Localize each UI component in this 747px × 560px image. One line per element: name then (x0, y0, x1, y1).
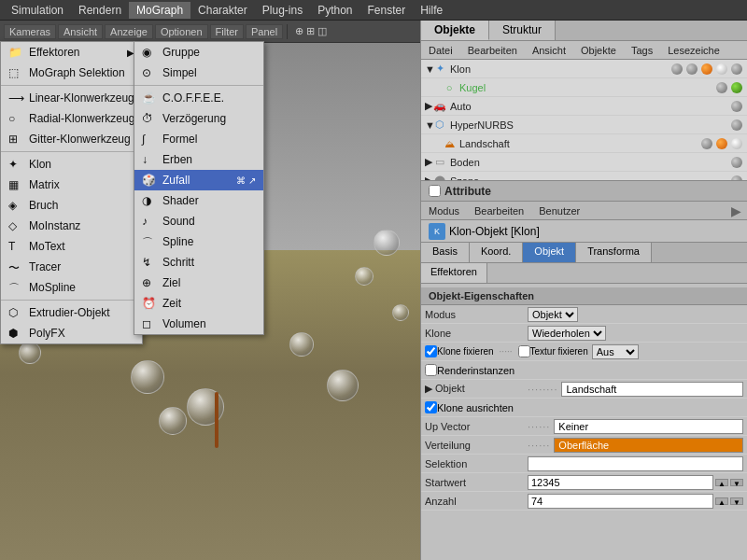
menu-klon[interactable]: ✦ Klon (1, 154, 142, 175)
tab-struktur[interactable]: Struktur (489, 21, 556, 40)
tree-row-landschaft[interactable]: ⛰ Landschaft (421, 134, 747, 153)
prop-startwert-down[interactable]: ▼ (730, 479, 743, 486)
menu-mograph[interactable]: MoGraph (129, 2, 190, 19)
attr-menu-benutzer[interactable]: Benutzer (531, 203, 587, 218)
eff-formel[interactable]: ∫ Formel (134, 129, 263, 149)
attr-tab-basis[interactable]: Basis (421, 243, 470, 262)
vp-filter[interactable]: Filter (210, 24, 244, 39)
polyfx-icon: ⬢ (8, 327, 25, 340)
obj-menu-datei[interactable]: Datei (421, 43, 460, 58)
attr-active-checkbox[interactable] (429, 185, 441, 197)
menu-python[interactable]: Python (310, 2, 359, 19)
prop-klone-select[interactable]: Wiederholen (528, 326, 606, 341)
coffee-icon: ☕ (142, 91, 159, 105)
eff-gruppe[interactable]: ◉ Gruppe (134, 42, 263, 63)
prop-textur-select[interactable]: Aus (592, 344, 639, 359)
prop-renderinstanzen-cb[interactable] (425, 364, 437, 376)
eff-volumen[interactable]: ◻ Volumen (134, 314, 263, 334)
tree-label-auto: Auto (450, 101, 472, 112)
tree-row-boden[interactable]: ▶ ▭ Boden (421, 153, 747, 172)
eff-zeit[interactable]: ⏰ Zeit (134, 293, 263, 314)
menu-simulation[interactable]: Simulation (4, 2, 71, 19)
eff-schritt[interactable]: ↯ Schritt (134, 252, 263, 273)
obj-menu-bearbeiten[interactable]: Bearbeiten (460, 43, 525, 58)
ball-hn1 (731, 119, 742, 131)
prop-modus: Modus Objekt (421, 305, 747, 324)
menu-tracer[interactable]: 〜 Tracer (1, 257, 142, 277)
prop-startwert-input[interactable] (528, 475, 713, 490)
obj-menu-lesezeiche[interactable]: Lesezeiche (660, 43, 727, 58)
menu-extrudier[interactable]: ⬡ Extrudier-Objekt (1, 302, 142, 323)
menu-polyfx[interactable]: ⬢ PolyFX (1, 323, 142, 343)
sub-tab-effektoren[interactable]: Effektoren (421, 263, 487, 283)
viewport-toolbar: Kameras Ansicht Anzeige Optionen Filter … (0, 21, 420, 43)
prop-selektion-input[interactable] (528, 456, 743, 471)
attr-tab-transforma[interactable]: Transforma (576, 243, 652, 262)
vp-kameras[interactable]: Kameras (4, 24, 56, 39)
menu-rendern[interactable]: Rendern (71, 2, 129, 19)
eff-zufall[interactable]: 🎲 Zufall ⌘ ↗ (134, 170, 263, 190)
prop-klone-fixieren-cb[interactable] (425, 345, 437, 357)
menu-effektoren[interactable]: 📁 Effektoren ▶ (1, 42, 142, 63)
menu-radial-klon[interactable]: ○ Radial-Klonwerkzeug (1, 108, 142, 129)
menu-moinstanz[interactable]: ◇ MoInstanz (1, 216, 142, 236)
obj-menu-objekte[interactable]: Objekte (573, 43, 624, 58)
eff-erben[interactable]: ↓ Erben (134, 149, 263, 170)
sphere-5 (187, 388, 224, 426)
eff-sep1 (134, 85, 263, 86)
shader-icon: ◑ (142, 194, 159, 207)
eff-shader[interactable]: ◑ Shader (134, 190, 263, 211)
prop-textur-fixieren-cb[interactable] (518, 345, 530, 357)
tree-row-klon[interactable]: ▼ ✦ Klon (421, 60, 747, 78)
tree-expand-hypernurbs: ▼ (425, 119, 432, 131)
prop-klone-fixieren: Klone fixieren ····· Textur fixieren Aus (421, 343, 747, 361)
menu-hilfe[interactable]: Hilfe (413, 2, 450, 19)
attr-menu-bearbeiten[interactable]: Bearbeiten (467, 203, 531, 218)
attr-tab-koord[interactable]: Koord. (470, 243, 523, 262)
tab-objekte[interactable]: Objekte (421, 21, 489, 40)
menu-gitter-klon[interactable]: ⊞ Gitter-Klonwerkzeug (1, 129, 142, 149)
tree-expand-szene: ▶ (425, 175, 432, 181)
tree-row-szene[interactable]: ▶ ⬤ Szene (421, 172, 747, 181)
tracer-icon: 〜 (8, 260, 25, 273)
attr-menu-modus[interactable]: Modus (421, 203, 467, 218)
vp-panel[interactable]: Panel (246, 24, 283, 39)
menu-bruch[interactable]: ◈ Bruch (1, 195, 142, 216)
tree-row-kugel[interactable]: ○ Kugel (421, 78, 747, 97)
menu-mospline[interactable]: ⌒ MoSpline (1, 277, 142, 298)
eff-verzoegerung[interactable]: ⏱ Verzögerung (134, 108, 263, 129)
obj-menu-tags[interactable]: Tags (624, 43, 660, 58)
prop-startwert-up[interactable]: ▲ (715, 479, 728, 486)
attr-tab-objekt[interactable]: Objekt (523, 243, 576, 262)
ball-auto1 (731, 101, 742, 112)
attr-menu-arrow: ▶ (731, 203, 747, 218)
eff-ziel[interactable]: ⊕ Ziel (134, 273, 263, 293)
prop-up-vector-label: Up Vector (425, 421, 528, 432)
eff-simpel[interactable]: ⊙ Simpel (134, 63, 263, 83)
toolbar-separator (287, 24, 288, 39)
prop-klone-ausrichten-cb[interactable] (425, 401, 437, 413)
prop-anzahl-input[interactable] (528, 494, 713, 509)
object-manager-menu: Datei Bearbeiten Ansicht Objekte Tags Le… (421, 41, 747, 60)
vp-ansicht[interactable]: Ansicht (58, 24, 103, 39)
eff-coffee[interactable]: ☕ C.O.F.F.E.E. (134, 88, 263, 108)
eff-sound[interactable]: ♪ Sound (134, 211, 263, 231)
menu-plugins[interactable]: Plug-ins (255, 2, 310, 19)
obj-menu-ansicht[interactable]: Ansicht (525, 43, 573, 58)
prop-anzahl-up[interactable]: ▲ (715, 497, 728, 505)
vp-optionen[interactable]: Optionen (155, 24, 208, 39)
prop-modus-select[interactable]: Objekt (528, 307, 578, 322)
menu-fenster[interactable]: Fenster (360, 2, 414, 19)
tree-row-hypernurbs[interactable]: ▼ ⬡ HyperNURBS (421, 116, 747, 134)
tree-row-auto[interactable]: ▶ 🚗 Auto (421, 97, 747, 116)
ball-klon5 (731, 63, 742, 75)
menu-mograph-selektion[interactable]: ⬚ MoGraph Selektion (1, 63, 142, 83)
eff-spline[interactable]: ⌒ Spline (134, 231, 263, 252)
schritt-icon: ↯ (142, 256, 159, 269)
menu-charakter[interactable]: Charakter (190, 2, 255, 19)
menu-matrix[interactable]: ▦ Matrix (1, 175, 142, 195)
menu-motext[interactable]: T MoText (1, 236, 142, 257)
vp-anzeige[interactable]: Anzeige (105, 24, 153, 39)
prop-anzahl-down[interactable]: ▼ (730, 497, 743, 505)
menu-linear-klon[interactable]: ⟶ Linear-Klonwerkzeug (1, 88, 142, 108)
